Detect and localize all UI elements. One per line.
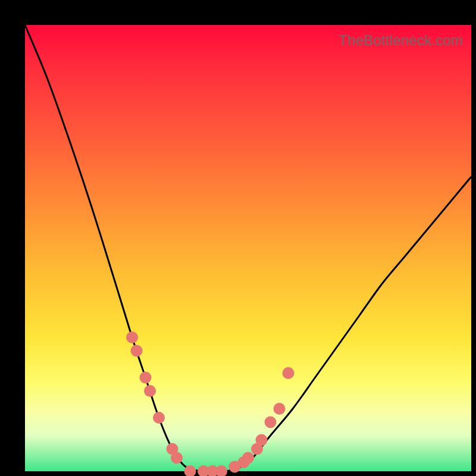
bottleneck-curve xyxy=(25,25,471,472)
watermark-text: TheBottleneck.com xyxy=(339,32,463,49)
data-marker xyxy=(274,403,286,415)
data-marker xyxy=(171,452,183,464)
data-marker xyxy=(256,434,268,446)
data-marker xyxy=(144,385,156,397)
data-marker xyxy=(242,452,254,464)
data-marker xyxy=(153,412,165,424)
data-marker xyxy=(140,372,152,384)
data-marker xyxy=(131,345,143,357)
data-marker xyxy=(215,465,227,476)
chart-svg xyxy=(25,25,471,471)
data-marker xyxy=(283,367,295,379)
data-marker xyxy=(126,331,138,343)
marker-group xyxy=(126,331,295,476)
data-marker xyxy=(265,416,277,428)
plot-area: TheBottleneck.com xyxy=(25,25,471,471)
chart-frame: TheBottleneck.com xyxy=(0,0,476,476)
